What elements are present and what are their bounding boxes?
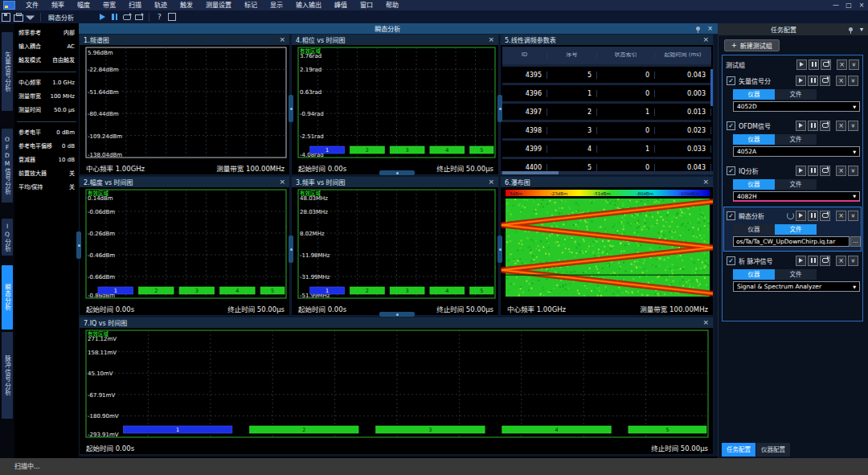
splitter-handle[interactable] xyxy=(497,235,502,263)
task-remove-button[interactable]: × xyxy=(837,59,847,70)
param-row-频率参考[interactable]: 频率参考内部 xyxy=(14,27,79,40)
splitter-handle[interactable] xyxy=(379,312,415,317)
task-row[interactable]: ✓OFDM信号×« xyxy=(724,118,861,133)
column-header-序号[interactable]: 序号 xyxy=(547,52,597,59)
param-row-衰减器[interactable]: 衰减器10 dB xyxy=(14,154,79,167)
pin-icon[interactable] xyxy=(849,27,855,31)
close-icon[interactable]: × xyxy=(488,177,494,187)
task-checkbox[interactable]: ✓ xyxy=(727,211,735,220)
bottom-tab-仪器配置[interactable]: 仪器配置 xyxy=(756,443,790,457)
task-pause-button[interactable] xyxy=(808,256,818,266)
task-pause-button[interactable] xyxy=(808,121,818,131)
menu-item-频率[interactable]: 频率 xyxy=(45,0,71,10)
task-checkbox[interactable]: ✓ xyxy=(727,121,735,130)
close-icon[interactable]: × xyxy=(702,177,709,187)
instrument-select[interactable]: 4082H▼ xyxy=(733,191,860,202)
splitter-handle[interactable] xyxy=(289,95,293,122)
pause-button[interactable] xyxy=(108,11,121,23)
file-tab[interactable]: 文件 xyxy=(775,134,817,145)
splitter-handle[interactable] xyxy=(497,95,502,122)
param-row-测量带宽[interactable]: 测量带宽100 MHz xyxy=(14,90,79,104)
task-play-button[interactable] xyxy=(796,211,806,221)
close-icon[interactable]: × xyxy=(279,35,285,45)
panel-menu-icon[interactable]: ▾ xyxy=(860,26,863,33)
vertical-scrollbar[interactable] xyxy=(710,69,713,106)
task-checkbox[interactable]: ✓ xyxy=(727,166,735,175)
minimize-button[interactable]: — xyxy=(829,0,842,10)
file-tab[interactable]: 文件 xyxy=(775,224,817,235)
task-remove-button[interactable]: × xyxy=(836,121,846,131)
menu-item-扫描[interactable]: 扫描 xyxy=(122,0,148,10)
menu-item-带宽[interactable]: 带宽 xyxy=(96,0,122,10)
table-row[interactable]: 4398300.023 xyxy=(502,120,711,138)
menu-item-标记[interactable]: 标记 xyxy=(238,0,264,10)
sidebar-tab-OFDM信号分析[interactable]: OFDM信号分析 xyxy=(2,129,13,203)
task-checkbox[interactable]: ✓ xyxy=(727,76,735,85)
task-collapse-button[interactable]: « xyxy=(848,211,858,221)
sidebar-tab-IQ分析[interactable]: IQ分析 xyxy=(2,219,13,256)
task-loop-button[interactable] xyxy=(820,211,830,221)
task-remove-button[interactable]: × xyxy=(836,76,846,86)
sidebar-tab-脉冲信号分析[interactable]: 脉冲信号分析 xyxy=(2,332,13,419)
sidebar-tab-瞬态分析[interactable]: 瞬态分析 xyxy=(2,265,13,330)
task-play-button[interactable] xyxy=(796,59,807,70)
task-loop-button[interactable] xyxy=(820,166,830,176)
instrument-tab[interactable]: 仪器 xyxy=(733,134,775,145)
table-row[interactable]: 4396100.003 xyxy=(502,83,711,101)
file-tab[interactable]: 文件 xyxy=(775,179,817,190)
task-play-button[interactable] xyxy=(796,76,806,86)
task-loop-button[interactable] xyxy=(820,256,830,266)
task-play-button[interactable] xyxy=(796,121,806,131)
browse-button[interactable]: ... xyxy=(850,236,861,247)
task-pause-button[interactable] xyxy=(808,166,818,176)
table-row[interactable]: 4399410.033 xyxy=(502,138,711,157)
menu-item-峰值[interactable]: 峰值 xyxy=(328,0,354,10)
instrument-select[interactable]: 4052D▼ xyxy=(733,101,860,112)
loop-button[interactable] xyxy=(121,11,133,23)
instrument-select[interactable]: Signal & Spectrum Analyzer▼ xyxy=(733,281,860,292)
maximize-button[interactable]: □ xyxy=(842,0,855,10)
close-icon[interactable]: × xyxy=(488,35,494,45)
column-header-ID[interactable]: ID xyxy=(502,52,547,59)
param-row-触发模式[interactable]: 触发模式自由触发 xyxy=(14,54,79,68)
close-icon[interactable]: × xyxy=(702,35,709,45)
play-button[interactable] xyxy=(96,11,108,23)
menu-item-输入输出[interactable]: 输入输出 xyxy=(289,0,328,10)
param-row-参考电平偏移[interactable]: 参考电平偏移0 dB xyxy=(14,140,79,154)
table-row[interactable]: 4395500.043 xyxy=(502,64,711,83)
param-row-平均/保持[interactable]: 平均/保持关 xyxy=(14,181,79,195)
mode-label[interactable]: 瞬态分析 xyxy=(48,13,74,22)
task-loop-button[interactable] xyxy=(820,121,830,131)
task-checkbox[interactable]: ✓ xyxy=(727,256,735,265)
sidebar-tab-矢量信号分析[interactable]: 矢量信号分析 xyxy=(2,32,13,111)
task-loop-button[interactable] xyxy=(820,76,830,86)
instrument-tab[interactable]: 仪器 xyxy=(733,269,775,280)
close-icon[interactable]: × xyxy=(702,317,709,328)
task-play-button[interactable] xyxy=(796,166,806,176)
file-tab[interactable]: 文件 xyxy=(775,89,817,100)
task-collapse-button[interactable]: « xyxy=(848,76,858,86)
task-pause-button[interactable] xyxy=(809,59,819,70)
task-remove-button[interactable]: × xyxy=(836,211,846,221)
splitter-handle[interactable] xyxy=(379,170,415,175)
pin-icon[interactable] xyxy=(696,27,702,31)
task-row[interactable]: ✓析 脉冲信号×« xyxy=(724,253,861,268)
param-row-中心频率[interactable]: 中心频率1.0 GHz xyxy=(14,76,79,90)
instrument-select[interactable]: 4052A▼ xyxy=(733,146,860,157)
bookmark-icon[interactable] xyxy=(166,11,178,23)
task-play-button[interactable] xyxy=(796,256,806,266)
loop-once-button[interactable] xyxy=(133,11,145,23)
menu-item-测量设置[interactable]: 测量设置 xyxy=(199,0,238,10)
column-header-起始时间 (ms)[interactable]: 起始时间 (ms) xyxy=(655,52,711,59)
task-pause-button[interactable] xyxy=(808,211,818,221)
param-row-前置放大器[interactable]: 前置放大器关 xyxy=(14,167,79,181)
task-remove-button[interactable]: × xyxy=(836,166,846,176)
collapse-icon[interactable]: ◥◤ xyxy=(25,12,36,23)
save-icon[interactable] xyxy=(0,11,12,23)
param-row-测量时间[interactable]: 测量时间50.0 μs xyxy=(14,104,79,117)
bottom-tab-任务配置[interactable]: 任务配置 xyxy=(722,443,755,457)
print-icon[interactable] xyxy=(12,11,24,23)
param-row-输入耦合[interactable]: 输入耦合AC xyxy=(14,40,79,54)
instrument-tab[interactable]: 仪器 xyxy=(733,224,775,235)
task-collapse-button[interactable]: « xyxy=(848,256,858,266)
